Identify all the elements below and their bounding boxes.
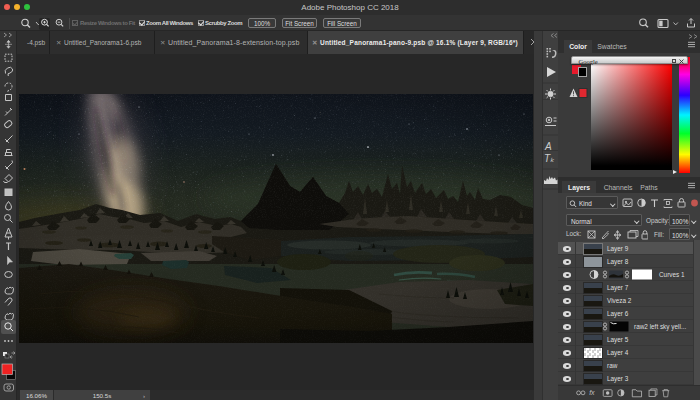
svg-text:fx: fx <box>589 389 595 396</box>
svg-text:Tₖ: Tₖ <box>544 153 555 164</box>
svg-text:A: A <box>544 141 552 152</box>
